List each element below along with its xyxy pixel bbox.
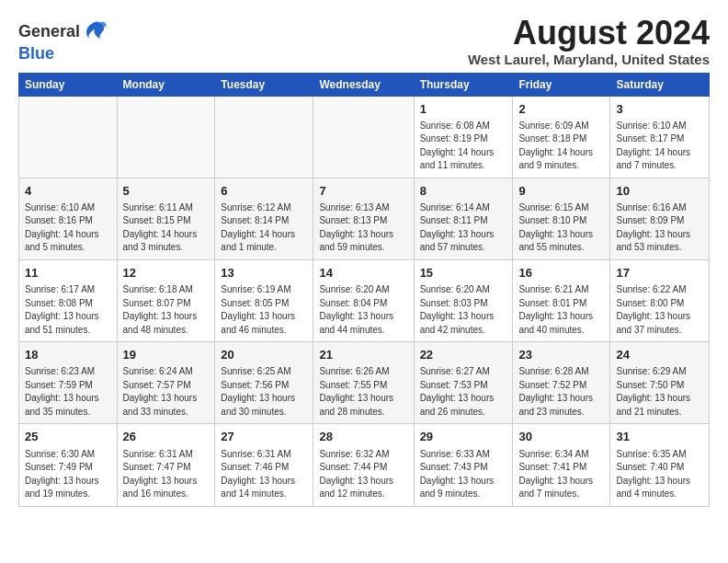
day-number: 21 bbox=[319, 347, 407, 363]
calendar-cell: 20Sunrise: 6:25 AM Sunset: 7:56 PM Dayli… bbox=[215, 342, 313, 424]
title-block: August 2024 West Laurel, Maryland, Unite… bbox=[468, 15, 710, 67]
cell-details: Sunrise: 6:33 AM Sunset: 7:43 PM Dayligh… bbox=[420, 448, 507, 501]
calendar-cell: 6Sunrise: 6:12 AM Sunset: 8:14 PM Daylig… bbox=[215, 178, 313, 259]
calendar-cell bbox=[215, 96, 313, 178]
calendar-cell: 30Sunrise: 6:34 AM Sunset: 7:41 PM Dayli… bbox=[513, 424, 610, 506]
calendar-cell: 7Sunrise: 6:13 AM Sunset: 8:13 PM Daylig… bbox=[313, 178, 414, 259]
day-number: 20 bbox=[221, 347, 307, 363]
day-number: 5 bbox=[123, 183, 210, 200]
day-number: 1 bbox=[420, 101, 507, 118]
calendar-cell: 16Sunrise: 6:21 AM Sunset: 8:01 PM Dayli… bbox=[513, 259, 610, 341]
calendar-cell: 13Sunrise: 6:19 AM Sunset: 8:05 PM Dayli… bbox=[215, 259, 313, 341]
cell-details: Sunrise: 6:31 AM Sunset: 7:47 PM Dayligh… bbox=[123, 448, 210, 501]
calendar-cell: 12Sunrise: 6:18 AM Sunset: 8:07 PM Dayli… bbox=[117, 259, 215, 341]
calendar-cell: 5Sunrise: 6:11 AM Sunset: 8:15 PM Daylig… bbox=[117, 178, 215, 259]
day-number: 17 bbox=[616, 265, 703, 282]
cell-details: Sunrise: 6:09 AM Sunset: 8:18 PM Dayligh… bbox=[518, 120, 604, 173]
cell-details: Sunrise: 6:11 AM Sunset: 8:15 PM Dayligh… bbox=[123, 201, 210, 255]
calendar-cell: 1Sunrise: 6:08 AM Sunset: 8:19 PM Daylig… bbox=[414, 96, 513, 178]
cell-details: Sunrise: 6:31 AM Sunset: 7:46 PM Dayligh… bbox=[221, 448, 307, 501]
col-header-friday: Friday bbox=[513, 73, 610, 96]
calendar-cell: 24Sunrise: 6:29 AM Sunset: 7:50 PM Dayli… bbox=[610, 342, 710, 424]
day-number: 13 bbox=[221, 265, 307, 282]
day-number: 31 bbox=[616, 429, 703, 445]
cell-details: Sunrise: 6:19 AM Sunset: 8:05 PM Dayligh… bbox=[221, 283, 307, 337]
day-number: 7 bbox=[319, 183, 407, 200]
cell-details: Sunrise: 6:32 AM Sunset: 7:44 PM Dayligh… bbox=[319, 448, 407, 501]
calendar-cell: 4Sunrise: 6:10 AM Sunset: 8:16 PM Daylig… bbox=[19, 178, 118, 259]
week-row-2: 4Sunrise: 6:10 AM Sunset: 8:16 PM Daylig… bbox=[19, 178, 710, 259]
month-year-title: August 2024 bbox=[468, 15, 710, 52]
cell-details: Sunrise: 6:13 AM Sunset: 8:13 PM Dayligh… bbox=[319, 201, 407, 255]
logo-general-text: General bbox=[18, 22, 80, 41]
cell-details: Sunrise: 6:30 AM Sunset: 7:49 PM Dayligh… bbox=[25, 448, 111, 501]
col-header-wednesday: Wednesday bbox=[313, 73, 414, 96]
calendar-cell: 9Sunrise: 6:15 AM Sunset: 8:10 PM Daylig… bbox=[513, 178, 610, 259]
cell-details: Sunrise: 6:17 AM Sunset: 8:08 PM Dayligh… bbox=[25, 283, 111, 337]
cell-details: Sunrise: 6:15 AM Sunset: 8:10 PM Dayligh… bbox=[518, 201, 604, 255]
day-number: 19 bbox=[123, 347, 210, 363]
calendar-cell: 21Sunrise: 6:26 AM Sunset: 7:55 PM Dayli… bbox=[313, 342, 414, 424]
week-row-3: 11Sunrise: 6:17 AM Sunset: 8:08 PM Dayli… bbox=[19, 259, 710, 341]
logo-blue-text: Blue bbox=[18, 44, 54, 63]
calendar-cell: 2Sunrise: 6:09 AM Sunset: 8:18 PM Daylig… bbox=[513, 96, 610, 178]
calendar-cell: 19Sunrise: 6:24 AM Sunset: 7:57 PM Dayli… bbox=[117, 342, 215, 424]
day-number: 23 bbox=[518, 347, 604, 363]
cell-details: Sunrise: 6:08 AM Sunset: 8:19 PM Dayligh… bbox=[420, 120, 507, 173]
calendar-cell bbox=[117, 96, 215, 178]
day-number: 18 bbox=[25, 347, 111, 363]
cell-details: Sunrise: 6:21 AM Sunset: 8:01 PM Dayligh… bbox=[518, 283, 604, 337]
cell-details: Sunrise: 6:20 AM Sunset: 8:04 PM Dayligh… bbox=[319, 283, 407, 337]
day-number: 10 bbox=[616, 183, 703, 200]
cell-details: Sunrise: 6:23 AM Sunset: 7:59 PM Dayligh… bbox=[25, 365, 111, 419]
day-number: 6 bbox=[221, 183, 307, 200]
cell-details: Sunrise: 6:34 AM Sunset: 7:41 PM Dayligh… bbox=[518, 448, 604, 501]
day-number: 25 bbox=[25, 429, 111, 445]
col-header-saturday: Saturday bbox=[610, 73, 710, 96]
calendar-cell: 18Sunrise: 6:23 AM Sunset: 7:59 PM Dayli… bbox=[19, 342, 118, 424]
cell-details: Sunrise: 6:27 AM Sunset: 7:53 PM Dayligh… bbox=[420, 365, 507, 419]
cell-details: Sunrise: 6:35 AM Sunset: 7:40 PM Dayligh… bbox=[616, 448, 703, 501]
day-number: 3 bbox=[616, 101, 703, 118]
calendar-cell: 8Sunrise: 6:14 AM Sunset: 8:11 PM Daylig… bbox=[414, 178, 513, 259]
calendar-cell: 28Sunrise: 6:32 AM Sunset: 7:44 PM Dayli… bbox=[313, 424, 414, 506]
day-number: 15 bbox=[420, 265, 507, 282]
header: General Blue August 2024 West Laurel, Ma… bbox=[18, 15, 710, 67]
calendar-cell: 26Sunrise: 6:31 AM Sunset: 7:47 PM Dayli… bbox=[117, 424, 215, 506]
calendar-cell: 29Sunrise: 6:33 AM Sunset: 7:43 PM Dayli… bbox=[414, 424, 513, 506]
cell-details: Sunrise: 6:18 AM Sunset: 8:07 PM Dayligh… bbox=[123, 283, 210, 337]
day-number: 12 bbox=[123, 265, 210, 282]
cell-details: Sunrise: 6:12 AM Sunset: 8:14 PM Dayligh… bbox=[221, 201, 307, 255]
col-header-sunday: Sunday bbox=[19, 73, 118, 96]
day-number: 28 bbox=[319, 429, 407, 445]
day-number: 24 bbox=[616, 347, 703, 363]
calendar-cell: 14Sunrise: 6:20 AM Sunset: 8:04 PM Dayli… bbox=[313, 259, 414, 341]
logo-bird-icon bbox=[82, 18, 108, 44]
page: General Blue August 2024 West Laurel, Ma… bbox=[0, 0, 728, 518]
cell-details: Sunrise: 6:14 AM Sunset: 8:11 PM Dayligh… bbox=[420, 201, 507, 255]
cell-details: Sunrise: 6:20 AM Sunset: 8:03 PM Dayligh… bbox=[420, 283, 507, 337]
day-number: 16 bbox=[518, 265, 604, 282]
day-number: 30 bbox=[518, 429, 604, 445]
col-header-tuesday: Tuesday bbox=[215, 73, 313, 96]
cell-details: Sunrise: 6:28 AM Sunset: 7:52 PM Dayligh… bbox=[518, 365, 604, 419]
calendar-cell bbox=[313, 96, 414, 178]
week-row-5: 25Sunrise: 6:30 AM Sunset: 7:49 PM Dayli… bbox=[19, 424, 710, 506]
calendar-cell: 22Sunrise: 6:27 AM Sunset: 7:53 PM Dayli… bbox=[414, 342, 513, 424]
day-number: 9 bbox=[518, 183, 604, 200]
calendar-cell: 3Sunrise: 6:10 AM Sunset: 8:17 PM Daylig… bbox=[610, 96, 710, 178]
calendar-cell: 11Sunrise: 6:17 AM Sunset: 8:08 PM Dayli… bbox=[19, 259, 118, 341]
day-number: 11 bbox=[25, 265, 111, 282]
col-header-thursday: Thursday bbox=[414, 73, 513, 96]
day-number: 2 bbox=[518, 101, 604, 118]
day-number: 14 bbox=[319, 265, 407, 282]
calendar-cell: 23Sunrise: 6:28 AM Sunset: 7:52 PM Dayli… bbox=[513, 342, 610, 424]
calendar-cell bbox=[19, 96, 118, 178]
cell-details: Sunrise: 6:29 AM Sunset: 7:50 PM Dayligh… bbox=[616, 365, 703, 419]
week-row-4: 18Sunrise: 6:23 AM Sunset: 7:59 PM Dayli… bbox=[19, 342, 710, 424]
location-subtitle: West Laurel, Maryland, United States bbox=[468, 52, 710, 67]
day-number: 26 bbox=[123, 429, 210, 445]
week-row-1: 1Sunrise: 6:08 AM Sunset: 8:19 PM Daylig… bbox=[19, 96, 710, 178]
day-number: 4 bbox=[25, 183, 111, 200]
calendar-cell: 15Sunrise: 6:20 AM Sunset: 8:03 PM Dayli… bbox=[414, 259, 513, 341]
